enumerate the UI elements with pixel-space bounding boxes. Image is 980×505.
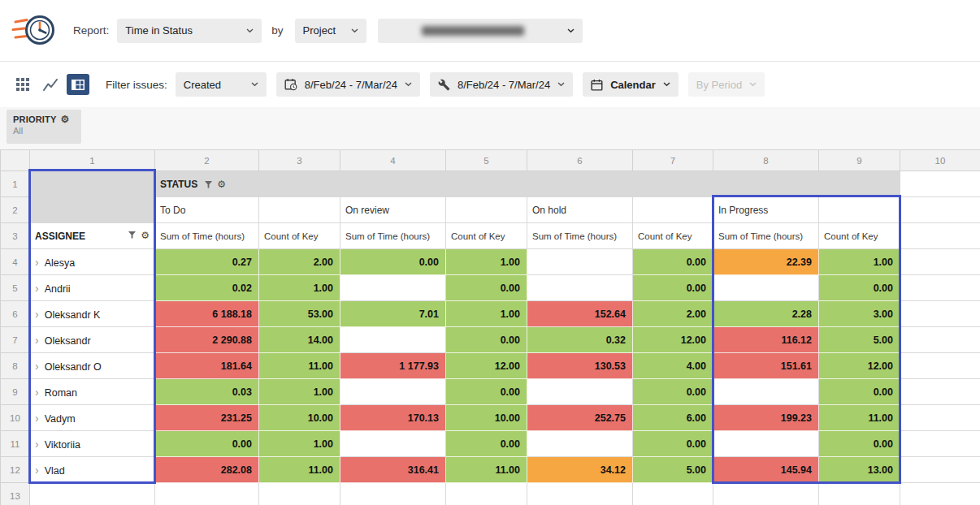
assignee-member[interactable]: ›Oleksandr (30, 327, 155, 353)
value-cell[interactable]: 0.00 (819, 379, 900, 405)
assignee-member[interactable]: ›Roman (30, 379, 155, 405)
value-cell[interactable]: 152.64 (527, 301, 633, 327)
value-cell[interactable]: 170.13 (340, 405, 446, 431)
value-cell[interactable]: 2.28 (713, 301, 819, 327)
value-cell[interactable]: 0.32 (527, 327, 633, 353)
filter-field-select[interactable]: Created (176, 72, 267, 97)
value-cell[interactable]: 0.00 (446, 327, 527, 353)
expand-icon[interactable]: › (35, 464, 39, 477)
value-cell[interactable] (527, 379, 633, 405)
value-cell[interactable]: 14.00 (259, 327, 340, 353)
value-cell[interactable]: 0.00 (340, 249, 446, 275)
measure-header[interactable]: Sum of Time (hours) (155, 223, 259, 249)
measure-header[interactable]: Sum of Time (hours) (713, 223, 819, 249)
column-number[interactable]: 9 (819, 150, 900, 171)
value-cell[interactable]: 0.00 (633, 379, 713, 405)
value-cell[interactable]: 11.00 (446, 457, 527, 483)
value-cell[interactable]: 1.00 (446, 301, 527, 327)
row-number[interactable]: 10 (1, 405, 30, 431)
column-number[interactable]: 4 (340, 150, 446, 171)
gear-icon[interactable]: ⚙ (61, 114, 70, 124)
status-member[interactable]: In Progress (713, 197, 819, 223)
expand-icon[interactable]: › (35, 438, 39, 451)
measure-header[interactable]: Count of Key (446, 223, 527, 249)
measure-header[interactable]: Count of Key (633, 223, 713, 249)
value-cell[interactable]: 6.00 (633, 405, 713, 431)
value-cell[interactable]: 231.25 (155, 405, 259, 431)
value-cell[interactable]: 53.00 (259, 301, 340, 327)
expand-icon[interactable]: › (35, 412, 39, 425)
value-cell[interactable]: 1.00 (259, 275, 340, 301)
row-number[interactable]: 3 (1, 223, 30, 249)
value-cell[interactable]: 5.00 (633, 457, 713, 483)
assignee-member[interactable]: ›Oleksandr O (30, 353, 155, 379)
assignee-member[interactable]: ›Vadym (30, 405, 155, 431)
value-cell[interactable]: 22.39 (713, 249, 819, 275)
value-cell[interactable]: 130.53 (527, 353, 633, 379)
row-number[interactable]: 12 (1, 457, 30, 483)
expand-icon[interactable]: › (35, 282, 39, 295)
value-cell[interactable]: 2 290.88 (155, 327, 259, 353)
corner-cell[interactable] (1, 150, 30, 171)
value-cell[interactable]: 12.00 (819, 353, 900, 379)
expand-icon[interactable]: › (35, 334, 39, 347)
value-cell[interactable]: 282.08 (155, 457, 259, 483)
value-cell[interactable]: 3.00 (819, 301, 900, 327)
value-cell[interactable]: 0.03 (155, 379, 259, 405)
expand-icon[interactable]: › (35, 308, 39, 321)
value-cell[interactable]: 316.41 (340, 457, 446, 483)
measure-header[interactable]: Sum of Time (hours) (340, 223, 446, 249)
value-cell[interactable]: 0.00 (155, 431, 259, 457)
value-cell[interactable]: 7.01 (340, 301, 446, 327)
value-cell[interactable]: 116.12 (713, 327, 819, 353)
value-cell[interactable] (713, 275, 819, 301)
value-cell[interactable]: 0.00 (446, 431, 527, 457)
value-cell[interactable]: 0.00 (633, 249, 713, 275)
value-cell[interactable]: 2.00 (259, 249, 340, 275)
filter-icon[interactable] (205, 181, 212, 188)
value-cell[interactable] (527, 275, 633, 301)
column-number[interactable]: 2 (155, 150, 259, 171)
value-cell[interactable]: 0.00 (446, 379, 527, 405)
column-number[interactable]: 8 (713, 150, 819, 171)
value-cell[interactable]: 12.00 (446, 353, 527, 379)
value-cell[interactable]: 13.00 (819, 457, 900, 483)
priority-filter[interactable]: PRIORITY ⚙ All (7, 110, 81, 144)
column-number[interactable]: 5 (446, 150, 527, 171)
value-cell[interactable]: 1.00 (819, 249, 900, 275)
row-number[interactable]: 13 (1, 483, 30, 505)
value-cell[interactable]: 0.00 (446, 275, 527, 301)
value-cell[interactable]: 0.27 (155, 249, 259, 275)
status-dimension-header[interactable]: STATUS⚙ (155, 171, 900, 197)
value-cell[interactable]: 4.00 (633, 353, 713, 379)
value-cell[interactable]: 0.02 (155, 275, 259, 301)
assignee-dimension-header[interactable]: ASSIGNEE⚙ (30, 223, 155, 249)
value-cell[interactable]: 5.00 (819, 327, 900, 353)
value-cell[interactable] (713, 431, 819, 457)
row-number[interactable]: 2 (1, 197, 30, 223)
column-number[interactable]: 7 (633, 150, 713, 171)
value-cell[interactable]: 0.00 (819, 431, 900, 457)
measure-header[interactable]: Count of Key (819, 223, 900, 249)
table-view-button[interactable] (67, 74, 89, 95)
gear-icon[interactable]: ⚙ (141, 231, 150, 240)
value-cell[interactable]: 145.94 (713, 457, 819, 483)
row-number[interactable]: 11 (1, 431, 30, 457)
value-cell[interactable]: 181.64 (155, 353, 259, 379)
gear-icon[interactable]: ⚙ (217, 179, 226, 190)
assignee-member[interactable]: ›Andrii (30, 275, 155, 301)
project-select[interactable] (378, 19, 583, 43)
report-type-select[interactable]: Time in Status (117, 19, 262, 43)
status-member[interactable]: On hold (527, 197, 633, 223)
column-number[interactable]: 6 (527, 150, 633, 171)
value-cell[interactable]: 151.61 (713, 353, 819, 379)
value-cell[interactable] (340, 431, 446, 457)
value-cell[interactable] (527, 249, 633, 275)
value-cell[interactable]: 6 188.18 (155, 301, 259, 327)
value-cell[interactable]: 10.00 (259, 405, 340, 431)
row-number[interactable]: 1 (1, 171, 30, 197)
value-cell[interactable]: 0.00 (633, 275, 713, 301)
grid-view-button[interactable] (11, 74, 34, 95)
settings-range-select[interactable]: 8/Feb/24 - 7/Mar/24 (430, 72, 573, 97)
row-number[interactable]: 4 (1, 249, 30, 275)
